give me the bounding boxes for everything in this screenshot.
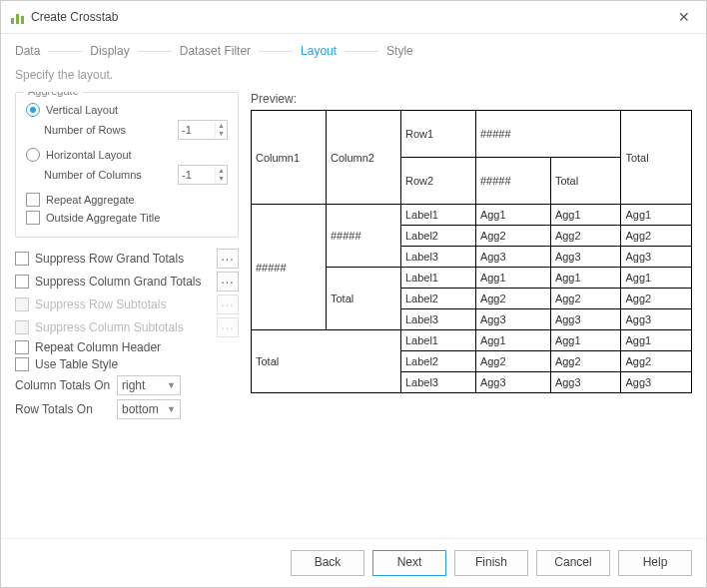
wizard-steps: Data Display Dataset Filter Layout Style <box>1 34 706 62</box>
table-cell: Label1 <box>400 205 475 226</box>
spin-up-icon[interactable]: ▲ <box>216 122 227 130</box>
table-cell: Label3 <box>400 247 475 268</box>
suppress-row-subtotals-label: Suppress Row Subtotals <box>35 297 211 311</box>
outside-aggregate-title-checkbox[interactable] <box>26 211 40 225</box>
app-icon <box>11 10 25 24</box>
outside-aggregate-title-label: Outside Aggregate Title <box>46 212 160 224</box>
table-cell: Agg1 <box>621 330 692 351</box>
spin-down-icon[interactable]: ▼ <box>216 130 227 138</box>
use-table-style-checkbox[interactable] <box>15 357 29 371</box>
aggregate-legend: Aggregate <box>24 92 83 97</box>
repeat-column-header-label: Repeat Column Header <box>35 340 239 354</box>
table-cell: Agg1 <box>475 205 550 226</box>
table-cell: ##### <box>475 111 621 158</box>
aggregate-group: Aggregate Vertical Layout Number of Rows… <box>15 92 239 238</box>
step-layout[interactable]: Layout <box>301 44 337 58</box>
number-of-columns-input[interactable] <box>179 169 215 181</box>
step-display[interactable]: Display <box>90 44 129 58</box>
table-cell: Column1 <box>252 111 327 205</box>
number-of-rows-label: Number of Rows <box>44 124 172 136</box>
table-cell: Agg3 <box>475 247 550 268</box>
suppress-row-grand-totals-checkbox[interactable] <box>15 252 29 266</box>
horizontal-layout-label: Horizontal Layout <box>46 149 132 161</box>
titlebar: Create Crosstab ✕ <box>1 1 706 34</box>
table-cell: Total <box>326 268 400 330</box>
table-cell: Agg1 <box>475 330 550 351</box>
table-cell: Agg1 <box>550 268 621 289</box>
table-cell: Agg1 <box>550 205 621 226</box>
suppress-row-grand-totals-more-button[interactable]: ... <box>217 249 239 269</box>
table-cell: Agg1 <box>621 205 692 226</box>
number-of-rows-stepper[interactable]: ▲▼ <box>178 120 228 140</box>
preview-label: Preview: <box>251 92 692 106</box>
table-cell: Agg2 <box>550 226 621 247</box>
horizontal-layout-radio[interactable] <box>26 148 40 162</box>
row-totals-on-select[interactable]: bottom ▼ <box>117 399 181 419</box>
table-cell: Column2 <box>326 111 400 205</box>
spin-up-icon[interactable]: ▲ <box>216 167 227 175</box>
table-cell: Label3 <box>400 309 475 330</box>
table-cell: Agg3 <box>621 372 692 393</box>
table-cell: Total <box>252 330 401 393</box>
table-cell: Agg3 <box>475 309 550 330</box>
table-cell: Agg2 <box>550 351 621 372</box>
column-totals-on-value: right <box>122 378 145 392</box>
repeat-column-header-checkbox[interactable] <box>15 340 29 354</box>
step-dataset-filter[interactable]: Dataset Filter <box>180 44 251 58</box>
suppress-column-grand-totals-more-button[interactable]: ... <box>217 272 239 292</box>
next-button[interactable]: Next <box>372 550 446 576</box>
suppress-column-subtotals-more-button: ... <box>217 317 239 337</box>
table-cell: Label1 <box>400 268 475 289</box>
table-cell: Agg2 <box>475 351 550 372</box>
table-cell: Agg1 <box>550 330 621 351</box>
step-style[interactable]: Style <box>386 44 413 58</box>
table-cell: ##### <box>326 205 400 268</box>
row-totals-on-value: bottom <box>122 402 159 416</box>
close-icon[interactable]: ✕ <box>672 9 696 25</box>
preview-table: Column1 Column2 Row1 ##### Total Row2 ##… <box>251 110 692 393</box>
table-cell: Label3 <box>400 372 475 393</box>
step-data[interactable]: Data <box>15 44 40 58</box>
table-cell: Label1 <box>400 330 475 351</box>
column-totals-on-select[interactable]: right ▼ <box>117 375 181 395</box>
suppress-row-subtotals-checkbox <box>15 297 29 311</box>
column-totals-on-label: Column Totals On <box>15 378 111 392</box>
back-button[interactable]: Back <box>291 550 364 576</box>
table-cell: Agg2 <box>621 226 692 247</box>
table-cell: Total <box>550 158 621 205</box>
repeat-aggregate-label: Repeat Aggregate <box>46 194 135 206</box>
chevron-down-icon: ▼ <box>167 380 176 390</box>
suppress-column-grand-totals-label: Suppress Column Grand Totals <box>35 275 211 289</box>
table-cell: Agg1 <box>621 268 692 289</box>
suppress-row-subtotals-more-button: ... <box>217 294 239 314</box>
table-cell: Label2 <box>400 226 475 247</box>
table-cell: Agg2 <box>475 289 550 309</box>
number-of-columns-label: Number of Columns <box>44 169 172 181</box>
repeat-aggregate-checkbox[interactable] <box>26 193 40 207</box>
help-button[interactable]: Help <box>618 550 692 576</box>
footer: Back Next Finish Cancel Help <box>1 538 706 587</box>
table-cell: Agg3 <box>550 309 621 330</box>
table-cell: Row2 <box>400 158 475 205</box>
table-cell: Agg3 <box>550 247 621 268</box>
number-of-columns-stepper[interactable]: ▲▼ <box>178 165 228 185</box>
suppress-column-grand-totals-checkbox[interactable] <box>15 275 29 289</box>
row-totals-on-label: Row Totals On <box>15 402 111 416</box>
table-cell: Label2 <box>400 351 475 372</box>
table-cell: Row1 <box>400 111 475 158</box>
vertical-layout-radio[interactable] <box>26 103 40 117</box>
finish-button[interactable]: Finish <box>454 550 528 576</box>
table-cell: Label2 <box>400 289 475 309</box>
table-cell: Agg2 <box>621 289 692 309</box>
table-cell: Agg3 <box>475 372 550 393</box>
table-cell: Agg3 <box>550 372 621 393</box>
suppress-column-subtotals-checkbox <box>15 320 29 334</box>
suppress-row-grand-totals-label: Suppress Row Grand Totals <box>35 252 211 266</box>
suppress-column-subtotals-label: Suppress Column Subtotals <box>35 320 211 334</box>
chevron-down-icon: ▼ <box>167 404 176 414</box>
cancel-button[interactable]: Cancel <box>536 550 610 576</box>
number-of-rows-input[interactable] <box>179 124 215 136</box>
spin-down-icon[interactable]: ▼ <box>216 175 227 183</box>
table-cell: Agg2 <box>475 226 550 247</box>
table-cell: Agg3 <box>621 247 692 268</box>
